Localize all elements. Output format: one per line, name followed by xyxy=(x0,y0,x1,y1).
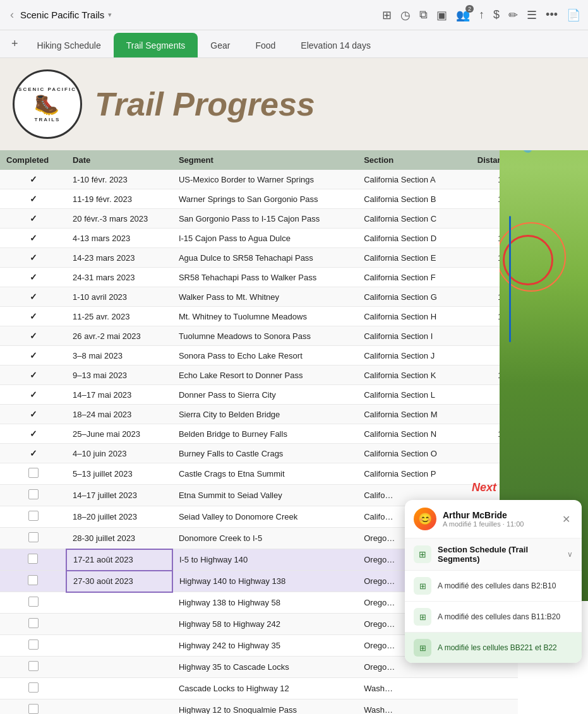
cell-completed[interactable] xyxy=(0,571,66,592)
cell-section: California Section A xyxy=(357,170,461,189)
table-row[interactable]: ✓3–8 mai 2023Sonora Pass to Echo Lake Re… xyxy=(0,346,518,366)
next-button[interactable]: Next xyxy=(472,481,496,494)
list-icon[interactable]: ☰ xyxy=(527,8,537,22)
cell-completed[interactable]: ✓ xyxy=(0,385,66,405)
table-row[interactable]: ✓20 févr.-3 mars 2023San Gorgonio Pass t… xyxy=(0,209,518,229)
cell-segment: Etna Summit to Seiad Valley xyxy=(172,485,357,506)
cell-section: Wash… xyxy=(357,699,461,715)
cell-segment: Agua Dulce to SR58 Tehachapi Pass xyxy=(172,248,357,268)
cell-date: 9–13 mai 2023 xyxy=(66,366,172,385)
cell-completed[interactable]: ✓ xyxy=(0,287,66,307)
cell-completed[interactable] xyxy=(0,657,66,678)
cell-completed[interactable]: ✓ xyxy=(0,307,66,326)
cell-completed[interactable]: ✓ xyxy=(0,170,66,189)
table-row[interactable]: ✓14-23 mars 2023Agua Dulce to SR58 Tehac… xyxy=(0,248,518,268)
cell-completed[interactable]: ✓ xyxy=(0,326,66,346)
comment-section-header[interactable]: ⊞ Section Schedule (Trail Segments) ∨ xyxy=(405,538,582,571)
tab-food[interactable]: Food xyxy=(243,33,288,57)
cell-completed[interactable]: ✓ xyxy=(0,268,66,287)
cell-completed[interactable]: ✓ xyxy=(0,346,66,366)
cell-completed[interactable]: ✓ xyxy=(0,248,66,268)
cell-completed[interactable] xyxy=(0,528,66,549)
cell-completed[interactable]: ✓ xyxy=(0,444,66,463)
comment-section-icon: ⊞ xyxy=(414,545,431,563)
cell-completed[interactable] xyxy=(0,549,66,571)
table-row[interactable]: ✓26 avr.-2 mai 2023Tuolumne Meadows to S… xyxy=(0,326,518,346)
cell-completed[interactable] xyxy=(0,506,66,528)
toolbar-left: ‹ Scenic Pacific Trails ▾ xyxy=(8,6,377,24)
add-tab-button[interactable]: + xyxy=(5,30,25,57)
cell-segment: Tuolumne Meadows to Sonora Pass xyxy=(172,326,357,346)
table-row[interactable]: ✓4-13 mars 2023I-15 Cajon Pass to Agua D… xyxy=(0,229,518,248)
comment-item-2: ⊞ A modifié des cellules dans B11:B20 xyxy=(405,602,582,633)
table-row[interactable]: ✓1-10 févr. 2023US-Mexico Border to Warn… xyxy=(0,170,518,189)
table-row[interactable]: ✓11-25 avr. 2023Mt. Whitney to Tuolumne … xyxy=(0,307,518,326)
tab-hiking-schedule[interactable]: Hiking Schedule xyxy=(25,33,114,57)
dollar-icon[interactable]: $ xyxy=(493,8,500,21)
cell-completed[interactable]: ✓ xyxy=(0,209,66,229)
collaborate-icon[interactable]: 👥 2 xyxy=(456,8,470,22)
table-row[interactable]: ✓25–June mai 2023Belden Bridge to Burney… xyxy=(0,424,518,444)
table-row[interactable]: ✓18–24 mai 2023Sierra City to Belden Bri… xyxy=(0,405,518,424)
tab-gear[interactable]: Gear xyxy=(198,33,243,57)
table-row[interactable]: Highway 12 to Snoqualmie PassWash… xyxy=(0,699,518,715)
table-row[interactable]: Cascade Locks to Highway 12Wash… xyxy=(0,678,518,699)
cell-section: California Section K xyxy=(357,366,461,385)
tab-elevation[interactable]: Elevation 14 days xyxy=(288,33,383,57)
cell-date: 14–17 juillet 2023 xyxy=(66,485,172,506)
comment-item-2-text: A modifié des cellules dans B11:B20 xyxy=(438,612,560,621)
document-icon[interactable]: 📄 xyxy=(567,8,580,22)
cell-date: 24-31 mars 2023 xyxy=(66,268,172,287)
cell-completed[interactable] xyxy=(0,699,66,715)
image-icon[interactable]: ▣ xyxy=(436,8,447,22)
cell-completed[interactable]: ✓ xyxy=(0,229,66,248)
pen-icon[interactable]: ✏ xyxy=(508,8,518,22)
table-row[interactable]: ✓1-10 avril 2023Walker Pass to Mt. Whitn… xyxy=(0,287,518,307)
copy-icon[interactable]: ⧉ xyxy=(419,8,428,21)
cell-completed[interactable]: ✓ xyxy=(0,405,66,424)
table-row[interactable]: ✓24-31 mars 2023SR58 Tehachapi Pass to W… xyxy=(0,268,518,287)
back-button[interactable]: ‹ xyxy=(8,6,16,24)
cell-completed[interactable] xyxy=(0,635,66,657)
cell-segment: Walker Pass to Mt. Whitney xyxy=(172,287,357,307)
cell-date xyxy=(66,635,172,657)
col-segment: Segment xyxy=(172,150,357,170)
comment-close-button[interactable]: ✕ xyxy=(560,511,573,528)
cell-completed[interactable] xyxy=(0,614,66,635)
more-icon[interactable]: ••• xyxy=(546,8,558,21)
cell-date: 11-25 avr. 2023 xyxy=(66,307,172,326)
cell-completed[interactable] xyxy=(0,678,66,699)
cell-completed[interactable] xyxy=(0,485,66,506)
cell-date: 26 avr.-2 mai 2023 xyxy=(66,326,172,346)
tab-trail-segments[interactable]: Trail Segments xyxy=(114,33,198,57)
table-row[interactable]: 5–13 juillet 2023Castle Crags to Etna Su… xyxy=(0,463,518,485)
cell-segment: Highway 12 to Snoqualmie Pass xyxy=(172,699,357,715)
cell-date: 25–June mai 2023 xyxy=(66,424,172,444)
comment-user-meta: A modifié 1 feuilles · 11:00 xyxy=(443,520,553,528)
logo-hiker-icon: 🥾 xyxy=(18,92,76,116)
cell-section: California Section C xyxy=(357,209,461,229)
toolbar-icons: ⊞ ◷ ⧉ ▣ 👥 2 ↑ $ ✏ ☰ ••• 📄 xyxy=(382,8,580,22)
share-icon[interactable]: ↑ xyxy=(479,8,484,21)
table-row[interactable]: ✓14–17 mai 2023Donner Pass to Sierra Cit… xyxy=(0,385,518,405)
cell-segment: Mt. Whitney to Tuolumne Meadows xyxy=(172,307,357,326)
cell-distance xyxy=(462,678,518,699)
avatar: 😊 xyxy=(414,508,436,530)
title-chevron-icon[interactable]: ▾ xyxy=(108,11,112,19)
cell-completed[interactable] xyxy=(0,463,66,485)
clock-icon[interactable]: ◷ xyxy=(400,8,411,22)
cell-date: 1-10 avril 2023 xyxy=(66,287,172,307)
cell-date: 1-10 févr. 2023 xyxy=(66,170,172,189)
cell-segment: Highway 58 to Highway 242 xyxy=(172,614,357,635)
table-row[interactable]: ✓4–10 juin 2023Burney Falls to Castle Cr… xyxy=(0,444,518,463)
cell-completed[interactable]: ✓ xyxy=(0,366,66,385)
cell-completed[interactable]: ✓ xyxy=(0,189,66,209)
table-row[interactable]: ✓11-19 févr. 2023Warner Springs to San G… xyxy=(0,189,518,209)
cell-section: California Section J xyxy=(357,346,461,366)
table-row[interactable]: ✓9–13 mai 2023Echo Lake Resort to Donner… xyxy=(0,366,518,385)
grid-icon[interactable]: ⊞ xyxy=(382,8,392,22)
cell-completed[interactable]: ✓ xyxy=(0,424,66,444)
comment-item-1-icon: ⊞ xyxy=(414,577,431,595)
cell-date: 11-19 févr. 2023 xyxy=(66,189,172,209)
cell-completed[interactable] xyxy=(0,592,66,614)
